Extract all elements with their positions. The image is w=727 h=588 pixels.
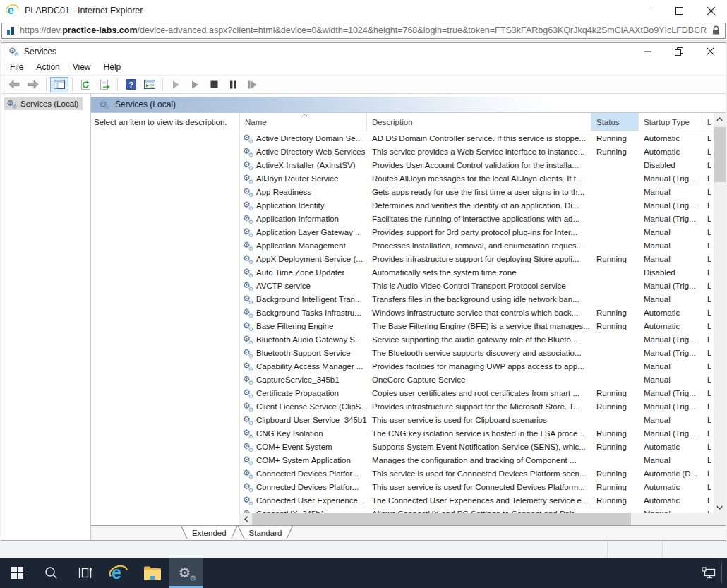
service-row[interactable]: ⚙⚙ Certificate Propagation Copies user c… <box>240 386 714 400</box>
service-row[interactable]: ⚙⚙ AppX Deployment Service (... Provides… <box>240 252 714 265</box>
service-status: Running <box>591 308 639 317</box>
service-row[interactable]: ⚙⚙ Application Identity Determines and v… <box>240 198 714 212</box>
scroll-left-icon[interactable] <box>240 513 252 525</box>
system-tray[interactable] <box>700 558 717 588</box>
forward-icon[interactable] <box>24 77 42 92</box>
service-description: The CNG key isolation service is hosted … <box>367 429 591 438</box>
service-log-on-as: L <box>702 188 714 196</box>
service-name: AVCTP service <box>256 282 311 290</box>
service-description: Provides facilities for managing UWP app… <box>367 362 591 371</box>
service-row[interactable]: ⚙⚙ AVCTP service This is Audio Video Con… <box>240 279 714 292</box>
services-close-button[interactable] <box>695 43 726 59</box>
service-row[interactable]: ⚙⚙ COM+ System Application Manages the c… <box>240 453 714 467</box>
service-gear-icon: ⚙⚙ <box>243 133 253 143</box>
task-view-button[interactable] <box>68 558 102 588</box>
pause-service-icon[interactable] <box>224 77 242 92</box>
back-icon[interactable] <box>5 77 23 92</box>
service-row[interactable]: ⚙⚙ Background Intelligent Tran... Transf… <box>240 292 714 306</box>
start-service-icon[interactable] <box>167 77 185 92</box>
url-text: https://dev.practice-labs.com/device-adv… <box>20 25 707 35</box>
file-explorer-icon <box>143 565 162 581</box>
service-row[interactable]: ⚙⚙ Client License Service (ClipS... Prov… <box>240 400 714 413</box>
service-name: Capability Access Manager ... <box>256 362 364 371</box>
console-tree-panel: ⚙⚙ Services (Local) <box>1 94 91 540</box>
service-row[interactable]: ⚙⚙ Base Filtering Engine The Base Filter… <box>240 319 714 332</box>
service-status: Running <box>591 429 639 438</box>
service-row[interactable]: ⚙⚙ Auto Time Zone Updater Automatically … <box>240 265 714 279</box>
menu-view[interactable]: View <box>66 60 97 74</box>
service-row[interactable]: ⚙⚙ AllJoyn Router Service Routes AllJoyn… <box>240 172 714 185</box>
service-row[interactable]: ⚙⚙ CaptureService_345b1 OneCore Capture … <box>240 373 714 386</box>
url-input[interactable]: https://dev.practice-labs.com/device-adv… <box>1 23 726 39</box>
tab-extended[interactable]: Extended <box>181 526 238 539</box>
service-log-on-as: L <box>702 201 714 210</box>
service-row[interactable]: ⚙⚙ Bluetooth Audio Gateway S... Service … <box>240 332 714 346</box>
service-row[interactable]: ⚙⚙ Active Directory Domain Se... AD DS D… <box>240 131 714 145</box>
show-desktop-button[interactable] <box>721 562 722 584</box>
scroll-down-icon[interactable] <box>714 501 726 513</box>
services-minimize-button[interactable] <box>632 43 663 59</box>
menu-action[interactable]: Action <box>30 60 66 74</box>
browser-maximize-button[interactable] <box>663 0 695 21</box>
column-header-startup-type[interactable]: Startup Type <box>639 113 702 131</box>
taskbar-file-explorer-button[interactable] <box>136 558 169 588</box>
service-row[interactable]: ⚙⚙ CNG Key Isolation The CNG key isolati… <box>240 426 714 440</box>
service-row[interactable]: ⚙⚙ Application Management Processes inst… <box>240 239 714 252</box>
service-log-on-as: L <box>702 308 714 317</box>
service-description: This service provides a Web Service inte… <box>367 148 591 156</box>
column-header-log-on-as[interactable]: L <box>702 113 714 131</box>
stop-service-icon[interactable] <box>205 77 223 92</box>
service-row[interactable]: ⚙⚙ Capability Access Manager ... Provide… <box>240 359 714 373</box>
services-restore-button[interactable] <box>663 43 695 59</box>
service-gear-icon: ⚙⚙ <box>243 348 253 358</box>
restart-service-icon[interactable] <box>243 77 261 92</box>
taskbar-services-button[interactable]: ⚙⚙ <box>169 558 203 588</box>
help-icon[interactable]: ? <box>121 77 140 92</box>
service-row[interactable]: ⚙⚙ Active Directory Web Services This se… <box>240 145 714 158</box>
service-description: OneCore Capture Service <box>367 376 591 384</box>
service-gear-icon: ⚙⚙ <box>243 160 253 170</box>
service-startup-type: Automatic <box>639 308 702 317</box>
start-button[interactable] <box>0 558 34 588</box>
menu-file[interactable]: File <box>4 60 30 74</box>
browser-minimize-button[interactable] <box>632 0 663 21</box>
service-description: This user service is used for Clipboard … <box>367 416 591 424</box>
service-gear-icon: ⚙⚙ <box>243 388 253 398</box>
column-header-description[interactable]: Description <box>367 113 591 131</box>
browser-close-button[interactable] <box>695 0 727 21</box>
taskbar-search-button[interactable] <box>34 558 68 588</box>
service-row[interactable]: ⚙⚙ Application Information Facilitates t… <box>240 212 714 225</box>
hscroll-thumb[interactable] <box>252 513 631 525</box>
scroll-up-icon[interactable] <box>714 113 726 125</box>
service-row[interactable]: ⚙⚙ ConsentUX_345b1 Allows ConnectUX and … <box>240 507 714 513</box>
service-gear-icon: ⚙⚙ <box>243 174 253 184</box>
service-row[interactable]: ⚙⚙ COM+ Event System Supports System Eve… <box>240 440 714 453</box>
tab-standard[interactable]: Standard <box>238 526 294 539</box>
service-row[interactable]: ⚙⚙ App Readiness Gets apps ready for use… <box>240 185 714 198</box>
service-row[interactable]: ⚙⚙ Connected User Experience... The Conn… <box>240 493 714 507</box>
service-row[interactable]: ⚙⚙ Application Layer Gateway ... Provide… <box>240 225 714 239</box>
horizontal-scrollbar[interactable] <box>240 513 714 525</box>
show-console-tree-icon[interactable] <box>50 77 68 92</box>
column-header-status[interactable]: Status <box>591 113 639 131</box>
service-log-on-as: L <box>702 322 714 330</box>
service-description: This is Audio Video Control Transport Pr… <box>367 282 591 290</box>
export-list-icon[interactable] <box>95 77 114 92</box>
taskbar-ie-button[interactable]: e <box>102 558 136 588</box>
menu-help[interactable]: Help <box>97 60 128 74</box>
column-header-name[interactable]: Name <box>240 113 367 131</box>
service-row[interactable]: ⚙⚙ Bluetooth Support Service The Bluetoo… <box>240 346 714 359</box>
service-row[interactable]: ⚙⚙ Clipboard User Service_345b1 This use… <box>240 413 714 426</box>
properties-window-icon[interactable] <box>140 77 159 92</box>
refresh-icon[interactable] <box>76 77 95 92</box>
service-row[interactable]: ⚙⚙ ActiveX Installer (AxInstSV) Provides… <box>240 158 714 172</box>
tree-item-services-local[interactable]: ⚙⚙ Services (Local) <box>4 97 83 110</box>
service-gear-icon: ⚙⚙ <box>243 321 253 331</box>
service-row[interactable]: ⚙⚙ Background Tasks Infrastru... Windows… <box>240 306 714 319</box>
vscroll-thumb[interactable] <box>714 127 726 182</box>
service-row[interactable]: ⚙⚙ Connected Devices Platfor... This ser… <box>240 467 714 480</box>
service-log-on-as: L <box>702 228 714 236</box>
vertical-scrollbar[interactable] <box>714 113 726 525</box>
service-row[interactable]: ⚙⚙ Connected Devices Platfor... This use… <box>240 480 714 493</box>
resume-service-icon[interactable] <box>186 77 204 92</box>
